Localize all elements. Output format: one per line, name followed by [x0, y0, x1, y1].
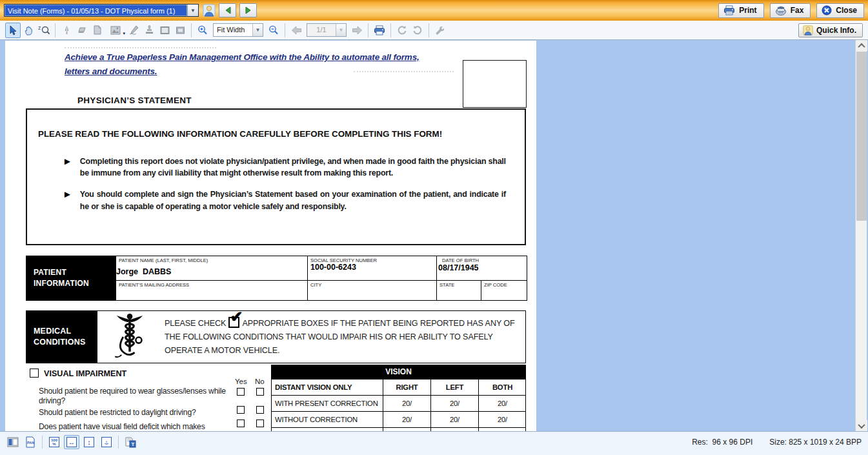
quick-info-label: Quick Info.	[816, 26, 856, 35]
marketing-heading-line1: Achieve a True Paperless Pain Management…	[65, 52, 419, 62]
pan-tool-button[interactable]	[21, 23, 36, 38]
vision-cell[interactable]: 20/	[383, 411, 430, 427]
question3-no-checkbox[interactable]	[256, 420, 264, 427]
question-text: Should patient be restricted to daylight…	[39, 408, 232, 418]
dob-label: DATE OF BIRTH	[437, 256, 527, 263]
stamp-icon	[145, 25, 154, 35]
city-label: CITY	[308, 281, 436, 288]
document-page[interactable]: Achieve a True Paperless Pain Management…	[5, 41, 536, 431]
scrollbar-thumb[interactable]	[856, 52, 867, 221]
rotate-right-button[interactable]	[410, 23, 425, 38]
panel-layout-icon	[7, 437, 19, 447]
vision-cell[interactable]: 20/	[430, 411, 478, 427]
patient-name-field[interactable]: PATIENT NAME (LAST, FIRST, MIDDLE) Jorge…	[116, 256, 307, 280]
highlight-region-tool-button[interactable]	[172, 23, 188, 38]
dob-value: 08/17/1945	[438, 263, 479, 272]
zoom-100-button[interactable]: 100%	[46, 435, 62, 449]
vision-cell[interactable]: 20/	[430, 395, 478, 411]
fax-button[interactable]: Fax	[770, 3, 811, 18]
next-note-button[interactable]	[239, 3, 257, 17]
zip-field[interactable]: ZIP CODE	[481, 280, 527, 300]
scroll-up-button[interactable]	[856, 40, 867, 51]
zoom-tool-button[interactable]: z	[36, 23, 52, 38]
notice-bullet: Completing this report does not violate …	[80, 156, 506, 179]
city-field[interactable]: CITY	[307, 280, 436, 300]
pen-nib-icon	[62, 25, 72, 35]
vision-table-title: VISION	[272, 365, 525, 379]
rectangle-tool-button[interactable]	[157, 23, 172, 38]
vision-table-header-row: DISTANT VISION ONLY RIGHT LEFT BOTH	[272, 379, 525, 395]
signature-tool-button[interactable]	[126, 23, 141, 38]
chevron-down-icon[interactable]: ▼	[252, 24, 263, 36]
cursor-icon	[8, 25, 18, 35]
question2-yes-checkbox[interactable]	[237, 406, 245, 414]
vision-header-cell: BOTH	[478, 379, 526, 395]
zoom-100-icon: 100%	[49, 437, 59, 447]
previous-note-button[interactable]	[219, 3, 236, 17]
previous-page-button[interactable]	[288, 23, 304, 38]
zoom-level-selector[interactable]: Fit Width ▼	[213, 23, 263, 37]
chevron-down-icon[interactable]: ▾	[123, 31, 125, 36]
next-page-button[interactable]	[349, 23, 365, 38]
fit-page-icon: ↔↕	[101, 437, 112, 447]
chevron-down-icon[interactable]: ▼	[187, 5, 198, 16]
eraser-icon	[77, 26, 87, 35]
zoom-in-button[interactable]	[195, 23, 210, 38]
eraser-tool-button[interactable]	[74, 23, 90, 38]
zoom-out-button[interactable]	[266, 23, 281, 38]
chevron-down-icon	[858, 421, 865, 428]
vision-cell[interactable]: 20/	[478, 411, 526, 427]
note-tool-button[interactable]	[90, 23, 105, 38]
visit-note-selector[interactable]: Visit Note (Forms) - 01/05/13 - DOT Phys…	[4, 4, 199, 17]
svg-text:PAN: PAN	[27, 441, 34, 445]
print-button[interactable]: Print	[718, 3, 763, 18]
thumbnail-panel-button[interactable]	[5, 435, 21, 449]
mailing-address-label: PATIENT'S MAILING ADDRESS	[116, 281, 307, 288]
scroll-down-button[interactable]	[856, 420, 867, 431]
zoom-tool-letter: z	[38, 25, 41, 31]
print-icon	[723, 5, 735, 15]
vertical-scrollbar[interactable]	[855, 40, 867, 431]
no-column-label: No	[255, 378, 265, 385]
medical-conditions-section: MEDICAL CONDITIONS	[26, 310, 526, 363]
yes-column-label: Yes	[235, 378, 247, 385]
question1-no-checkbox[interactable]	[256, 388, 264, 396]
fax-button-label: Fax	[791, 6, 804, 15]
quick-info-button[interactable]: Quick Info.	[798, 23, 863, 37]
question3-yes-checkbox[interactable]	[237, 420, 245, 427]
fit-height-button[interactable]: ↕	[81, 435, 97, 449]
select-tool-button[interactable]	[5, 23, 21, 38]
patient-name-value: Jorge DABBS	[116, 267, 171, 276]
dob-field[interactable]: DATE OF BIRTH 08/17/1945	[436, 256, 527, 280]
close-button-label: Close	[836, 6, 857, 15]
question2-no-checkbox[interactable]	[256, 406, 264, 414]
visual-impairment-title: VISUAL IMPAIRMENT	[44, 369, 126, 378]
pan-mode-button[interactable]: PAN	[23, 435, 38, 449]
ink-pen-tool-button[interactable]	[59, 23, 74, 38]
fit-page-button[interactable]: ↔↕	[99, 435, 114, 449]
state-field[interactable]: STATE	[436, 280, 481, 300]
vision-cell[interactable]: 20/	[383, 395, 430, 411]
question1-yes-checkbox[interactable]	[237, 388, 245, 396]
settings-tool-button[interactable]	[432, 23, 448, 38]
fit-width-button[interactable]: ↔	[64, 435, 79, 449]
signature-pen-icon	[128, 25, 139, 35]
fit-width-icon: ↔	[66, 437, 77, 447]
close-button[interactable]: Close	[816, 3, 864, 18]
stamp-image-tool-button[interactable]: ▾	[105, 23, 126, 38]
extract-text-button[interactable]: T	[123, 435, 138, 449]
status-bar: PAN 100% ↔ ↕ ↔↕ T	[0, 431, 868, 455]
quick-print-button[interactable]	[372, 23, 387, 38]
vision-cell[interactable]: 20/	[478, 395, 526, 411]
pan-page-icon: PAN	[25, 436, 35, 448]
patient-icon[interactable]	[203, 4, 216, 17]
notice-bullet: You should complete and sign the Physici…	[80, 188, 506, 212]
page-number-selector: 1/1 ▼	[307, 23, 347, 37]
ssn-field[interactable]: SOCIAL SECURITY NUMBER 100-00-6243	[307, 256, 436, 280]
mailing-address-field[interactable]: PATIENT'S MAILING ADDRESS	[116, 280, 307, 300]
visual-impairment-checkbox[interactable]	[30, 369, 39, 378]
rotate-left-button[interactable]	[394, 23, 410, 38]
stamp-tool-button[interactable]	[141, 23, 157, 38]
print-button-label: Print	[739, 6, 756, 15]
state-label: STATE	[437, 281, 481, 288]
